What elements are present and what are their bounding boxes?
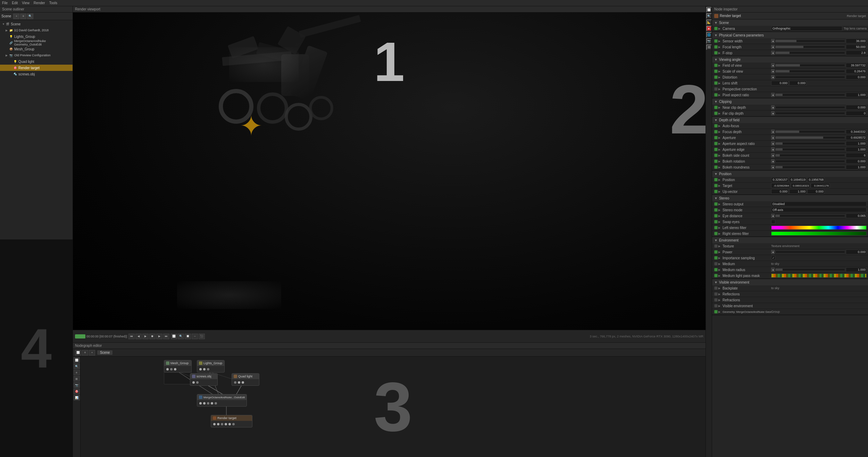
ls-value2[interactable]: 0.000 bbox=[789, 81, 807, 85]
rsf-color[interactable] bbox=[771, 231, 867, 236]
ve2-enable[interactable] bbox=[713, 303, 718, 308]
pa-value[interactable]: 1.000 bbox=[846, 92, 867, 97]
rsf-enable[interactable] bbox=[713, 231, 718, 236]
ap-enable[interactable] bbox=[713, 135, 718, 140]
pos-x[interactable]: 0.3290157 bbox=[771, 177, 788, 182]
imp-check[interactable]: ✓ bbox=[771, 256, 775, 260]
ae-track[interactable] bbox=[775, 148, 845, 151]
br-minus[interactable]: ◄ bbox=[771, 159, 775, 163]
bp-enable[interactable] bbox=[713, 286, 718, 291]
geo-enable[interactable] bbox=[713, 309, 718, 314]
node-quad-light[interactable]: Quad light bbox=[232, 373, 259, 386]
node-bar-btn-3[interactable]: ≡ bbox=[74, 370, 80, 375]
bs-minus[interactable]: ◄ bbox=[771, 153, 775, 157]
lsf-enable[interactable] bbox=[713, 225, 718, 230]
fs-value[interactable]: 2.8 bbox=[846, 50, 867, 55]
fs-minus[interactable]: ◄ bbox=[771, 51, 775, 55]
fd-minus[interactable]: ◄ bbox=[771, 130, 775, 134]
sov-enable[interactable] bbox=[713, 69, 718, 74]
nc-enable[interactable] bbox=[713, 105, 718, 110]
tree-item-screws[interactable]: 🔩 screws.obj bbox=[0, 71, 73, 77]
menu-edit[interactable]: Edit bbox=[12, 1, 18, 5]
right-bar-btn-red[interactable]: ● bbox=[706, 26, 712, 31]
viewport-canvas[interactable]: ✦ 1 bbox=[73, 13, 706, 330]
dist-track[interactable] bbox=[775, 76, 845, 79]
node-tool-3[interactable]: + bbox=[89, 350, 95, 356]
scene-tab[interactable]: Scene bbox=[97, 350, 112, 355]
section-phys-header[interactable]: ▼ Physical Camera parameters bbox=[712, 32, 868, 38]
right-bar-btn-1[interactable]: ⬜ bbox=[706, 7, 712, 13]
ed-track[interactable] bbox=[775, 214, 845, 217]
mr-enable[interactable] bbox=[713, 267, 718, 272]
bs-enable[interactable] bbox=[713, 153, 718, 158]
fc-minus[interactable]: ◄ bbox=[771, 111, 775, 115]
ap-minus[interactable]: ◄ bbox=[771, 136, 775, 140]
section-venv-header[interactable]: ▼ Visible environment bbox=[712, 279, 868, 285]
right-bar-btn-7[interactable]: 🖼 bbox=[706, 44, 712, 50]
tree-item-scene[interactable]: ▼ 🎬 Scene bbox=[0, 21, 73, 27]
ls-enable[interactable] bbox=[713, 81, 718, 85]
menu-tools[interactable]: Tools bbox=[49, 1, 57, 5]
section-stereo-header[interactable]: ▼ Stereo bbox=[712, 195, 868, 201]
sov-minus[interactable]: ◄ bbox=[771, 69, 775, 73]
pa-enable[interactable] bbox=[713, 92, 718, 97]
menu-file[interactable]: File bbox=[2, 1, 8, 5]
section-clip-header[interactable]: ▼ Clipping bbox=[712, 98, 868, 105]
pwr-minus[interactable]: ◄ bbox=[771, 250, 775, 254]
uv-enable[interactable] bbox=[713, 189, 718, 194]
mr-value[interactable]: 1.000 bbox=[846, 267, 867, 272]
dist-enable[interactable] bbox=[713, 75, 718, 80]
tgt-enable[interactable] bbox=[713, 183, 718, 188]
ed-value[interactable]: 0.065 bbox=[846, 213, 867, 218]
right-bar-btn-6[interactable]: 📷 bbox=[706, 38, 712, 44]
search-btn[interactable]: 🔍 bbox=[27, 14, 33, 19]
tree-item-lights-group[interactable]: 💡 Lights_Group bbox=[0, 33, 73, 40]
so-enable[interactable] bbox=[713, 202, 718, 206]
camera-enable[interactable] bbox=[713, 26, 718, 31]
right-bar-btn-5[interactable]: 🌐 bbox=[706, 32, 712, 38]
tgt-y[interactable]: 0.089318323 bbox=[791, 183, 810, 188]
fl-enable[interactable] bbox=[713, 44, 718, 49]
rfr-enable[interactable] bbox=[713, 297, 718, 302]
tgt-z[interactable]: 0.04441176 bbox=[811, 183, 830, 188]
node-screws[interactable]: screws.obj bbox=[190, 373, 218, 386]
fs-enable[interactable] bbox=[713, 50, 718, 55]
ae-minus[interactable]: ◄ bbox=[771, 147, 775, 152]
tree-item-old-preview[interactable]: ▶ 📷 Old Preview Configuration bbox=[0, 52, 73, 58]
aa-minus[interactable]: ◄ bbox=[771, 141, 775, 146]
tool-3[interactable]: 🔲 bbox=[185, 334, 191, 339]
pos-enable[interactable] bbox=[713, 177, 718, 182]
tool-4[interactable]: ↔ bbox=[192, 334, 198, 339]
br-enable[interactable] bbox=[713, 159, 718, 164]
fl-value[interactable]: 50.000 bbox=[846, 44, 867, 49]
uv-y[interactable]: 1.000 bbox=[789, 189, 807, 194]
node-merge[interactable]: MergeOctaneAndNuke...OutoEdit bbox=[197, 394, 247, 407]
tool-2[interactable]: 🔍 bbox=[178, 334, 184, 339]
fov-value[interactable]: 39.597732 bbox=[846, 63, 867, 68]
aa-track[interactable] bbox=[775, 142, 845, 145]
so-value[interactable]: Disabled bbox=[771, 202, 867, 206]
tree-item-quad-light[interactable]: 💡 Quad light bbox=[0, 58, 73, 65]
tgt-x[interactable]: -0.02982684 bbox=[771, 183, 790, 188]
sm-enable[interactable] bbox=[713, 207, 718, 212]
node-bar-btn-7[interactable]: 📊 bbox=[74, 395, 80, 400]
med-enable[interactable] bbox=[713, 261, 718, 266]
sov-value[interactable]: 0.26476 bbox=[846, 69, 867, 74]
next-frame-btn[interactable]: ▶ bbox=[156, 334, 162, 339]
tree-item-david[interactable]: ▶ 📁 (c) David Gerhardt, 2018 bbox=[0, 27, 73, 33]
node-bar-btn-6[interactable]: 🎯 bbox=[74, 389, 80, 394]
fov-minus[interactable]: ◄ bbox=[771, 63, 775, 67]
sm-value[interactable]: Off-axis bbox=[771, 207, 867, 212]
aa-enable[interactable] bbox=[713, 141, 718, 146]
tex-enable[interactable] bbox=[713, 244, 718, 248]
menu-render[interactable]: Render bbox=[34, 1, 45, 5]
nc-minus[interactable]: ◄ bbox=[771, 105, 775, 109]
aa-value[interactable]: 1.000 bbox=[846, 141, 867, 146]
fov-enable[interactable] bbox=[713, 63, 718, 68]
dist-minus[interactable]: ◄ bbox=[771, 75, 775, 79]
fl-minus[interactable]: ◄ bbox=[771, 45, 775, 49]
brd-minus[interactable]: ◄ bbox=[771, 165, 775, 169]
lsf-color[interactable] bbox=[771, 226, 867, 230]
tool-1[interactable]: ⬜ bbox=[171, 334, 177, 339]
tool-5[interactable]: ⬛ bbox=[199, 334, 205, 339]
